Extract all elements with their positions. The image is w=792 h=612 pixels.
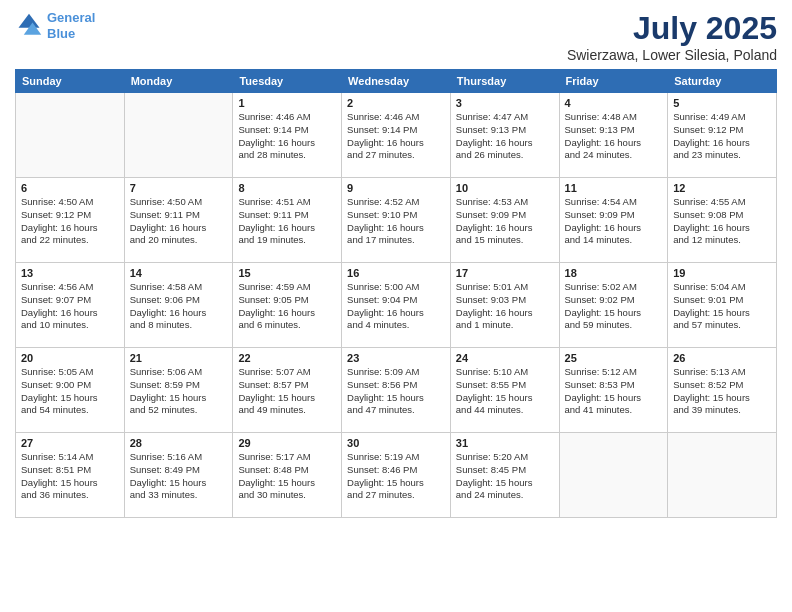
calendar-cell: 25Sunrise: 5:12 AM Sunset: 8:53 PM Dayli… bbox=[559, 348, 668, 433]
logo: General Blue bbox=[15, 10, 95, 41]
calendar-cell: 26Sunrise: 5:13 AM Sunset: 8:52 PM Dayli… bbox=[668, 348, 777, 433]
day-info: Sunrise: 5:05 AM Sunset: 9:00 PM Dayligh… bbox=[21, 366, 119, 417]
day-info: Sunrise: 5:07 AM Sunset: 8:57 PM Dayligh… bbox=[238, 366, 336, 417]
day-number: 7 bbox=[130, 182, 228, 194]
calendar-cell: 6Sunrise: 4:50 AM Sunset: 9:12 PM Daylig… bbox=[16, 178, 125, 263]
day-info: Sunrise: 5:12 AM Sunset: 8:53 PM Dayligh… bbox=[565, 366, 663, 417]
calendar-cell: 15Sunrise: 4:59 AM Sunset: 9:05 PM Dayli… bbox=[233, 263, 342, 348]
day-info: Sunrise: 5:17 AM Sunset: 8:48 PM Dayligh… bbox=[238, 451, 336, 502]
calendar-day-header: Sunday bbox=[16, 70, 125, 93]
day-number: 6 bbox=[21, 182, 119, 194]
day-info: Sunrise: 4:55 AM Sunset: 9:08 PM Dayligh… bbox=[673, 196, 771, 247]
calendar-week-row: 6Sunrise: 4:50 AM Sunset: 9:12 PM Daylig… bbox=[16, 178, 777, 263]
day-number: 9 bbox=[347, 182, 445, 194]
day-info: Sunrise: 5:09 AM Sunset: 8:56 PM Dayligh… bbox=[347, 366, 445, 417]
day-info: Sunrise: 5:06 AM Sunset: 8:59 PM Dayligh… bbox=[130, 366, 228, 417]
day-number: 10 bbox=[456, 182, 554, 194]
calendar-week-row: 20Sunrise: 5:05 AM Sunset: 9:00 PM Dayli… bbox=[16, 348, 777, 433]
calendar-week-row: 13Sunrise: 4:56 AM Sunset: 9:07 PM Dayli… bbox=[16, 263, 777, 348]
day-number: 23 bbox=[347, 352, 445, 364]
logo-icon bbox=[15, 12, 43, 40]
day-number: 16 bbox=[347, 267, 445, 279]
day-info: Sunrise: 5:04 AM Sunset: 9:01 PM Dayligh… bbox=[673, 281, 771, 332]
day-number: 3 bbox=[456, 97, 554, 109]
day-number: 11 bbox=[565, 182, 663, 194]
day-number: 18 bbox=[565, 267, 663, 279]
calendar-cell: 27Sunrise: 5:14 AM Sunset: 8:51 PM Dayli… bbox=[16, 433, 125, 518]
calendar-cell: 23Sunrise: 5:09 AM Sunset: 8:56 PM Dayli… bbox=[342, 348, 451, 433]
calendar-week-row: 27Sunrise: 5:14 AM Sunset: 8:51 PM Dayli… bbox=[16, 433, 777, 518]
calendar-cell: 1Sunrise: 4:46 AM Sunset: 9:14 PM Daylig… bbox=[233, 93, 342, 178]
calendar-cell: 11Sunrise: 4:54 AM Sunset: 9:09 PM Dayli… bbox=[559, 178, 668, 263]
day-number: 8 bbox=[238, 182, 336, 194]
calendar-cell: 8Sunrise: 4:51 AM Sunset: 9:11 PM Daylig… bbox=[233, 178, 342, 263]
calendar-cell bbox=[124, 93, 233, 178]
svg-marker-0 bbox=[19, 13, 40, 27]
calendar-header-row: SundayMondayTuesdayWednesdayThursdayFrid… bbox=[16, 70, 777, 93]
calendar-cell: 5Sunrise: 4:49 AM Sunset: 9:12 PM Daylig… bbox=[668, 93, 777, 178]
day-number: 2 bbox=[347, 97, 445, 109]
day-number: 17 bbox=[456, 267, 554, 279]
day-number: 12 bbox=[673, 182, 771, 194]
day-info: Sunrise: 4:52 AM Sunset: 9:10 PM Dayligh… bbox=[347, 196, 445, 247]
day-number: 31 bbox=[456, 437, 554, 449]
logo-line1: General bbox=[47, 10, 95, 25]
calendar-cell: 21Sunrise: 5:06 AM Sunset: 8:59 PM Dayli… bbox=[124, 348, 233, 433]
calendar-day-header: Monday bbox=[124, 70, 233, 93]
header: General Blue July 2025 Swierzawa, Lower … bbox=[15, 10, 777, 63]
calendar-cell: 16Sunrise: 5:00 AM Sunset: 9:04 PM Dayli… bbox=[342, 263, 451, 348]
day-info: Sunrise: 4:51 AM Sunset: 9:11 PM Dayligh… bbox=[238, 196, 336, 247]
calendar-cell: 4Sunrise: 4:48 AM Sunset: 9:13 PM Daylig… bbox=[559, 93, 668, 178]
day-info: Sunrise: 5:14 AM Sunset: 8:51 PM Dayligh… bbox=[21, 451, 119, 502]
day-info: Sunrise: 4:54 AM Sunset: 9:09 PM Dayligh… bbox=[565, 196, 663, 247]
day-number: 30 bbox=[347, 437, 445, 449]
page: General Blue July 2025 Swierzawa, Lower … bbox=[0, 0, 792, 612]
day-number: 1 bbox=[238, 97, 336, 109]
day-info: Sunrise: 4:49 AM Sunset: 9:12 PM Dayligh… bbox=[673, 111, 771, 162]
day-info: Sunrise: 5:20 AM Sunset: 8:45 PM Dayligh… bbox=[456, 451, 554, 502]
day-info: Sunrise: 4:50 AM Sunset: 9:12 PM Dayligh… bbox=[21, 196, 119, 247]
calendar-week-row: 1Sunrise: 4:46 AM Sunset: 9:14 PM Daylig… bbox=[16, 93, 777, 178]
calendar-day-header: Wednesday bbox=[342, 70, 451, 93]
day-info: Sunrise: 4:56 AM Sunset: 9:07 PM Dayligh… bbox=[21, 281, 119, 332]
day-info: Sunrise: 4:46 AM Sunset: 9:14 PM Dayligh… bbox=[347, 111, 445, 162]
calendar-day-header: Tuesday bbox=[233, 70, 342, 93]
calendar-cell bbox=[16, 93, 125, 178]
day-number: 4 bbox=[565, 97, 663, 109]
title-block: July 2025 Swierzawa, Lower Silesia, Pola… bbox=[567, 10, 777, 63]
day-number: 14 bbox=[130, 267, 228, 279]
calendar-cell: 19Sunrise: 5:04 AM Sunset: 9:01 PM Dayli… bbox=[668, 263, 777, 348]
calendar-day-header: Thursday bbox=[450, 70, 559, 93]
calendar-cell: 22Sunrise: 5:07 AM Sunset: 8:57 PM Dayli… bbox=[233, 348, 342, 433]
logo-text: General Blue bbox=[47, 10, 95, 41]
calendar-cell: 13Sunrise: 4:56 AM Sunset: 9:07 PM Dayli… bbox=[16, 263, 125, 348]
calendar-cell: 24Sunrise: 5:10 AM Sunset: 8:55 PM Dayli… bbox=[450, 348, 559, 433]
subtitle: Swierzawa, Lower Silesia, Poland bbox=[567, 47, 777, 63]
calendar-cell bbox=[668, 433, 777, 518]
calendar-cell bbox=[559, 433, 668, 518]
day-info: Sunrise: 5:10 AM Sunset: 8:55 PM Dayligh… bbox=[456, 366, 554, 417]
logo-line2: Blue bbox=[47, 26, 75, 41]
calendar-cell: 30Sunrise: 5:19 AM Sunset: 8:46 PM Dayli… bbox=[342, 433, 451, 518]
day-number: 5 bbox=[673, 97, 771, 109]
calendar-cell: 17Sunrise: 5:01 AM Sunset: 9:03 PM Dayli… bbox=[450, 263, 559, 348]
day-info: Sunrise: 5:16 AM Sunset: 8:49 PM Dayligh… bbox=[130, 451, 228, 502]
day-info: Sunrise: 5:00 AM Sunset: 9:04 PM Dayligh… bbox=[347, 281, 445, 332]
day-number: 29 bbox=[238, 437, 336, 449]
day-number: 24 bbox=[456, 352, 554, 364]
day-number: 13 bbox=[21, 267, 119, 279]
day-info: Sunrise: 4:53 AM Sunset: 9:09 PM Dayligh… bbox=[456, 196, 554, 247]
calendar-cell: 20Sunrise: 5:05 AM Sunset: 9:00 PM Dayli… bbox=[16, 348, 125, 433]
calendar: SundayMondayTuesdayWednesdayThursdayFrid… bbox=[15, 69, 777, 518]
day-info: Sunrise: 5:02 AM Sunset: 9:02 PM Dayligh… bbox=[565, 281, 663, 332]
day-number: 22 bbox=[238, 352, 336, 364]
calendar-cell: 28Sunrise: 5:16 AM Sunset: 8:49 PM Dayli… bbox=[124, 433, 233, 518]
day-info: Sunrise: 5:13 AM Sunset: 8:52 PM Dayligh… bbox=[673, 366, 771, 417]
calendar-cell: 7Sunrise: 4:50 AM Sunset: 9:11 PM Daylig… bbox=[124, 178, 233, 263]
day-info: Sunrise: 4:50 AM Sunset: 9:11 PM Dayligh… bbox=[130, 196, 228, 247]
day-number: 20 bbox=[21, 352, 119, 364]
calendar-cell: 9Sunrise: 4:52 AM Sunset: 9:10 PM Daylig… bbox=[342, 178, 451, 263]
day-info: Sunrise: 5:01 AM Sunset: 9:03 PM Dayligh… bbox=[456, 281, 554, 332]
day-number: 15 bbox=[238, 267, 336, 279]
calendar-cell: 2Sunrise: 4:46 AM Sunset: 9:14 PM Daylig… bbox=[342, 93, 451, 178]
